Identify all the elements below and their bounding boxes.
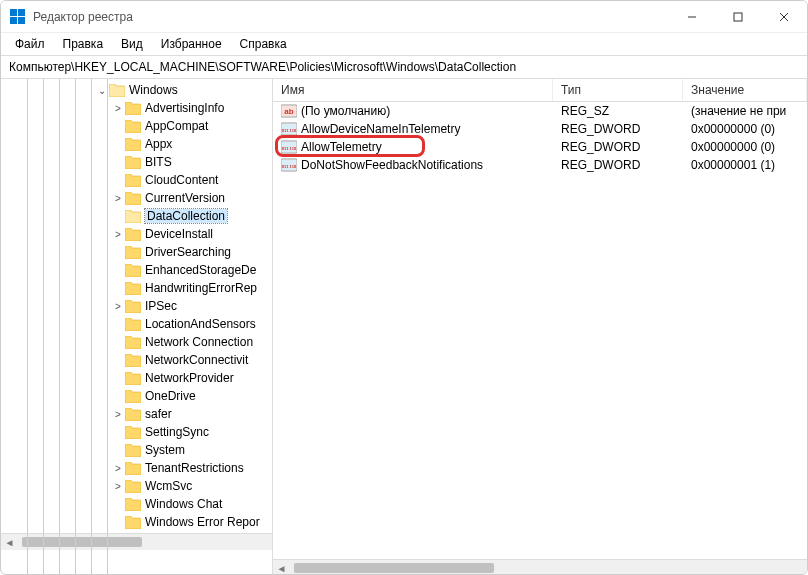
- tree-label: CurrentVersion: [145, 191, 225, 205]
- list-row[interactable]: 011 110DoNotShowFeedbackNotifications RE…: [273, 156, 807, 174]
- tree-label: TenantRestrictions: [145, 461, 244, 475]
- value-data: (значение не при: [683, 104, 807, 118]
- value-name: AllowTelemetry: [301, 140, 382, 154]
- chevron-down-icon[interactable]: ⌄: [95, 85, 109, 96]
- chevron-right-icon[interactable]: >: [111, 463, 125, 474]
- value-name: AllowDeviceNameInTelemetry: [301, 122, 460, 136]
- tree-item[interactable]: HandwritingErrorRep: [1, 279, 272, 297]
- menu-edit[interactable]: Правка: [55, 35, 112, 53]
- svg-text:011 110: 011 110: [282, 128, 297, 133]
- tree-item[interactable]: DataCollection: [1, 207, 272, 225]
- header-type[interactable]: Тип: [553, 79, 683, 101]
- tree-label: safer: [145, 407, 172, 421]
- tree-item[interactable]: EnhancedStorageDe: [1, 261, 272, 279]
- header-value[interactable]: Значение: [683, 79, 807, 101]
- tree-label: DeviceInstall: [145, 227, 213, 241]
- tree-label: BITS: [145, 155, 172, 169]
- list-row[interactable]: ab(По умолчанию) REG_SZ (значение не при: [273, 102, 807, 120]
- value-type: REG_DWORD: [553, 158, 683, 172]
- workspace: ⌄Windows>AdvertisingInfoAppCompatAppxBIT…: [1, 79, 807, 575]
- address-bar[interactable]: Компьютер\HKEY_LOCAL_MACHINE\SOFTWARE\Po…: [1, 56, 807, 79]
- value-name: (По умолчанию): [301, 104, 390, 118]
- tree-label: WcmSvc: [145, 479, 192, 493]
- tree-label: AdvertisingInfo: [145, 101, 224, 115]
- menu-favorites[interactable]: Избранное: [153, 35, 230, 53]
- chevron-right-icon[interactable]: >: [111, 193, 125, 204]
- tree-item[interactable]: >safer: [1, 405, 272, 423]
- tree-item[interactable]: >DeviceInstall: [1, 225, 272, 243]
- menu-help[interactable]: Справка: [232, 35, 295, 53]
- list-row[interactable]: 011 110AllowTelemetry REG_DWORD 0x000000…: [273, 138, 807, 156]
- tree-item[interactable]: BITS: [1, 153, 272, 171]
- window-controls: [669, 1, 807, 33]
- tree-item[interactable]: DriverSearching: [1, 243, 272, 261]
- menubar: Файл Правка Вид Избранное Справка: [1, 33, 807, 56]
- tree-label: DriverSearching: [145, 245, 231, 259]
- tree-label: Windows Chat: [145, 497, 222, 511]
- tree-item[interactable]: >IPSec: [1, 297, 272, 315]
- value-type: REG_SZ: [553, 104, 683, 118]
- value-data: 0x00000001 (1): [683, 158, 807, 172]
- value-data: 0x00000000 (0): [683, 122, 807, 136]
- tree-label: Appx: [145, 137, 172, 151]
- chevron-right-icon[interactable]: >: [111, 301, 125, 312]
- tree-item[interactable]: >CurrentVersion: [1, 189, 272, 207]
- menu-file[interactable]: Файл: [7, 35, 53, 53]
- tree-item[interactable]: SettingSync: [1, 423, 272, 441]
- header-name[interactable]: Имя: [273, 79, 553, 101]
- tree-label: Network Connection: [145, 335, 253, 349]
- regedit-icon: [9, 9, 25, 25]
- tree-item[interactable]: AppCompat: [1, 117, 272, 135]
- chevron-right-icon[interactable]: >: [111, 409, 125, 420]
- tree-item[interactable]: System: [1, 441, 272, 459]
- chevron-right-icon[interactable]: >: [111, 229, 125, 240]
- tree-item[interactable]: NetworkConnectivit: [1, 351, 272, 369]
- tree-label: DataCollection: [145, 209, 227, 223]
- list-panel[interactable]: Имя Тип Значение ab(По умолчанию) REG_SZ…: [273, 79, 807, 575]
- svg-rect-1: [734, 13, 742, 21]
- list-row[interactable]: 011 110AllowDeviceNameInTelemetry REG_DW…: [273, 120, 807, 138]
- maximize-button[interactable]: [715, 1, 761, 33]
- tree-item[interactable]: Network Connection: [1, 333, 272, 351]
- tree-label: Windows Error Repor: [145, 515, 260, 529]
- svg-text:011 110: 011 110: [282, 164, 297, 169]
- tree-label: IPSec: [145, 299, 177, 313]
- list-scrollbar-horizontal[interactable]: ◄: [273, 559, 807, 575]
- tree-item[interactable]: Windows Chat: [1, 495, 272, 513]
- tree-label: Windows: [129, 83, 178, 97]
- tree-label: NetworkConnectivit: [145, 353, 248, 367]
- tree-label: AppCompat: [145, 119, 208, 133]
- tree-label: OneDrive: [145, 389, 196, 403]
- tree-item[interactable]: Windows Error Repor: [1, 513, 272, 531]
- tree-item[interactable]: CloudContent: [1, 171, 272, 189]
- tree-item[interactable]: Appx: [1, 135, 272, 153]
- tree-item[interactable]: LocationAndSensors: [1, 315, 272, 333]
- tree-item[interactable]: >AdvertisingInfo: [1, 99, 272, 117]
- close-button[interactable]: [761, 1, 807, 33]
- value-type: REG_DWORD: [553, 140, 683, 154]
- tree-scrollbar-horizontal[interactable]: ◄: [1, 533, 272, 550]
- tree-label: CloudContent: [145, 173, 218, 187]
- tree-label: System: [145, 443, 185, 457]
- titlebar: Редактор реестра: [1, 1, 807, 33]
- svg-text:011 110: 011 110: [282, 146, 297, 151]
- window-title: Редактор реестра: [33, 10, 669, 24]
- tree-label: SettingSync: [145, 425, 209, 439]
- value-name: DoNotShowFeedbackNotifications: [301, 158, 483, 172]
- svg-text:ab: ab: [284, 107, 293, 116]
- value-data: 0x00000000 (0): [683, 140, 807, 154]
- tree-item[interactable]: >TenantRestrictions: [1, 459, 272, 477]
- tree-label: EnhancedStorageDe: [145, 263, 256, 277]
- tree-item[interactable]: NetworkProvider: [1, 369, 272, 387]
- tree-item[interactable]: >WcmSvc: [1, 477, 272, 495]
- value-type: REG_DWORD: [553, 122, 683, 136]
- list-header: Имя Тип Значение: [273, 79, 807, 102]
- tree-item[interactable]: OneDrive: [1, 387, 272, 405]
- chevron-right-icon[interactable]: >: [111, 103, 125, 114]
- menu-view[interactable]: Вид: [113, 35, 151, 53]
- tree-item-windows[interactable]: ⌄Windows: [1, 81, 272, 99]
- tree-label: LocationAndSensors: [145, 317, 256, 331]
- chevron-right-icon[interactable]: >: [111, 481, 125, 492]
- tree-panel[interactable]: ⌄Windows>AdvertisingInfoAppCompatAppxBIT…: [1, 79, 273, 575]
- minimize-button[interactable]: [669, 1, 715, 33]
